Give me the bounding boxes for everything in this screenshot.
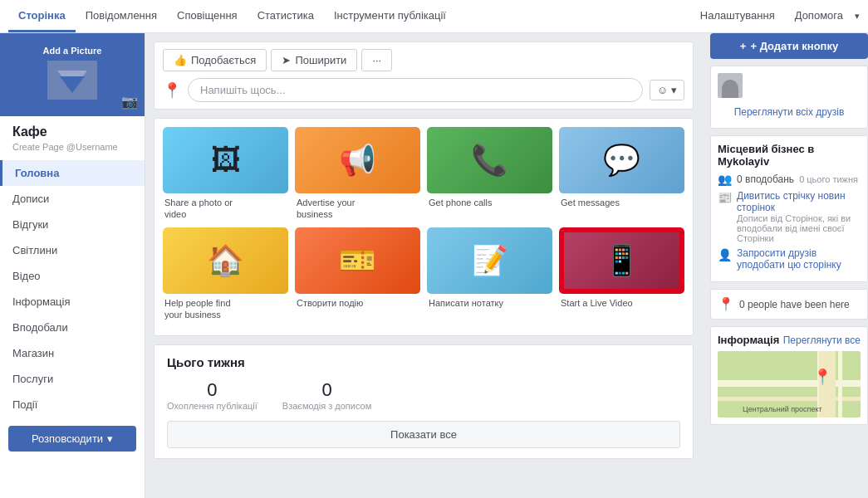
avatar xyxy=(718,73,743,98)
action-grid: 🖼 Share a photo orvideo 📢 Advertise your… xyxy=(154,118,694,336)
location-pin-icon: 📍 xyxy=(718,296,734,312)
interaction-number: 0 xyxy=(282,379,371,401)
help-icon: 🏠 xyxy=(207,243,244,278)
nav-item-nalashtuvannya[interactable]: Налаштування xyxy=(690,9,785,24)
invite-action: 👤 Запросити друзів уподобати цю сторінку xyxy=(718,247,861,271)
nav-item-instrumenty[interactable]: Інструменти публікації xyxy=(324,0,456,32)
sidebar-nav-item-holovna[interactable]: Головна xyxy=(0,160,145,186)
weekly-stat-interaction: 0 Взаємодія з дописом xyxy=(282,379,371,411)
nav-item-spovishchennya[interactable]: Сповіщення xyxy=(167,0,248,32)
map-placeholder: 📍 Центральний проспект xyxy=(718,351,861,417)
nav-item-statystyka[interactable]: Статистика xyxy=(248,0,324,32)
page-username: Create Page @Username xyxy=(0,142,145,160)
tile-help[interactable]: 🏠 Help people findyour business xyxy=(163,227,288,321)
tile-live-label: Start a Live Video xyxy=(559,297,684,309)
tile-messages-label: Get messages xyxy=(559,197,684,208)
sidebar-nav-item-informatsiya[interactable]: Інформація xyxy=(0,289,145,315)
more-icon: ··· xyxy=(372,54,381,66)
add-button[interactable]: + + Додати кнопку xyxy=(710,33,868,59)
location-icon: 📍 xyxy=(163,81,181,100)
show-all-button[interactable]: Показати все xyxy=(167,421,680,448)
tile-advertise-label: Advertise yourbusiness xyxy=(295,197,420,221)
tile-live[interactable]: 📱 Start a Live Video xyxy=(559,227,684,321)
map-pin: 📍 xyxy=(813,368,831,386)
likes-count: 0 вподобань xyxy=(737,173,794,185)
news-feed-label[interactable]: Дивитись стрічку новин сторінок xyxy=(737,190,861,213)
people-been-here: 📍 0 people have been here xyxy=(718,296,861,312)
view-all-friends-link[interactable]: Переглянути всіх друзів xyxy=(718,103,861,121)
friends-panel: Переглянути всіх друзів xyxy=(710,66,868,129)
top-nav-right: Налаштування Допомога ▾ xyxy=(690,0,860,32)
sidebar-nav-item-vpodobaly[interactable]: Вподобали xyxy=(0,315,145,340)
weekly-stats: Цього тижня 0 Охоплення публікації 0 Вза… xyxy=(154,344,694,459)
add-button-label: + Додати кнопку xyxy=(750,40,838,52)
right-column: + + Додати кнопку Переглянути всіх друзі… xyxy=(702,33,868,498)
tile-note[interactable]: 📝 Написати нотатку xyxy=(427,227,552,321)
chevron-down-icon: ▾ xyxy=(671,84,677,96)
chevron-down-icon: ▾ xyxy=(855,11,860,22)
camera-icon: 📷 xyxy=(121,94,138,110)
local-biz-panel: Місцевий бізнес в Mykolayiv 👥 0 вподобан… xyxy=(710,135,868,282)
tile-note-label: Написати нотатку xyxy=(427,297,552,309)
more-button[interactable]: ··· xyxy=(361,49,392,71)
sidebar-nav-item-dopusy[interactable]: Дописи xyxy=(0,186,145,212)
likes-stat: 👥 0 вподобань 0 цього тижня xyxy=(718,173,861,186)
emoji-selector[interactable]: ☺ ▾ xyxy=(650,80,684,100)
reach-label: Охоплення публікації xyxy=(167,401,257,411)
info-panel: Інформація Переглянути все 📍 Центральний… xyxy=(710,326,868,425)
info-panel-header: Інформація Переглянути все xyxy=(718,334,861,346)
interaction-label: Взаємодія з дописом xyxy=(282,401,371,411)
map-label: Центральний проспект xyxy=(743,405,822,413)
share-post-button[interactable]: ➤ Поширити xyxy=(271,49,357,71)
plus-icon: + xyxy=(740,40,747,52)
share-button-label: Розповсюдити xyxy=(32,432,103,445)
profile-pic-placeholder xyxy=(47,61,97,100)
sidebar-nav-item-mahazyn[interactable]: Магазин xyxy=(0,340,145,366)
share-button[interactable]: Розповсюдити ▾ xyxy=(8,426,136,452)
like-label: Подобається xyxy=(191,54,256,66)
sidebar-nav-item-svitlyny[interactable]: Світлини xyxy=(0,237,145,263)
info-panel-title: Інформація xyxy=(718,334,779,346)
post-actions: 👍 Подобається ➤ Поширити ··· xyxy=(163,49,684,71)
tile-help-label: Help people findyour business xyxy=(163,297,288,321)
top-nav: Сторінка Повідомлення Сповіщення Статист… xyxy=(0,0,868,33)
chevron-down-icon: ▾ xyxy=(107,432,113,445)
tile-photo-label: Share a photo orvideo xyxy=(163,197,288,221)
nav-item-povidomlennya[interactable]: Повідомлення xyxy=(76,0,167,32)
weekly-numbers: 0 Охоплення публікації 0 Взаємодія з доп… xyxy=(167,379,680,411)
like-button[interactable]: 👍 Подобається xyxy=(163,49,267,71)
invite-label[interactable]: Запросити друзів уподобати цю сторінку xyxy=(737,247,861,271)
post-input-row: 📍 Напишіть щось... ☺ ▾ xyxy=(163,78,684,102)
news-feed-action: 📰 Дивитись стрічку новин сторінок Дописи… xyxy=(718,190,861,243)
invite-icon: 👤 xyxy=(718,248,732,261)
phone-icon: 📞 xyxy=(471,143,508,178)
sidebar-nav-item-vidhuky[interactable]: Відгуки xyxy=(0,212,145,237)
nav-item-storinka[interactable]: Сторінка xyxy=(8,0,76,32)
tile-messages[interactable]: 💬 Get messages xyxy=(559,127,684,221)
thumbs-up-icon: 👍 xyxy=(174,54,187,66)
tile-event-label: Створити подію xyxy=(295,297,420,309)
share-label: Поширити xyxy=(295,54,346,66)
tile-advertise[interactable]: 📢 Advertise yourbusiness xyxy=(295,127,420,221)
nav-item-dopomoha[interactable]: Допомога xyxy=(785,9,853,24)
action-grid-row-2: 🏠 Help people findyour business 🎫 Створи… xyxy=(163,227,684,321)
event-icon: 🎫 xyxy=(339,243,376,278)
tile-phone-label: Get phone calls xyxy=(427,197,552,208)
tile-photo[interactable]: 🖼 Share a photo orvideo xyxy=(163,127,288,221)
page-layout: Add a Picture 📷 Кафе Create Page @Userna… xyxy=(0,33,868,498)
sidebar-nav-item-podiyi[interactable]: Події xyxy=(0,392,145,417)
note-icon: 📝 xyxy=(471,243,508,278)
reach-number: 0 xyxy=(167,379,257,401)
weekly-title: Цього тижня xyxy=(167,355,680,369)
people-panel: 📍 0 people have been here xyxy=(710,289,868,320)
sidebar-nav-item-video[interactable]: Відео xyxy=(0,263,145,289)
news-feed-icon: 📰 xyxy=(718,191,732,204)
people-icon: 👥 xyxy=(718,173,732,186)
tile-phone[interactable]: 📞 Get phone calls xyxy=(427,127,552,221)
sidebar-nav-item-posluhy[interactable]: Послуги xyxy=(0,366,145,392)
view-all-info-link[interactable]: Переглянути все xyxy=(783,334,861,346)
tile-event[interactable]: 🎫 Створити подію xyxy=(295,227,420,321)
messages-icon: 💬 xyxy=(603,143,640,178)
post-input[interactable]: Напишіть щось... xyxy=(188,78,643,102)
post-bar: 👍 Подобається ➤ Поширити ··· 📍 Напишіть … xyxy=(154,42,694,110)
